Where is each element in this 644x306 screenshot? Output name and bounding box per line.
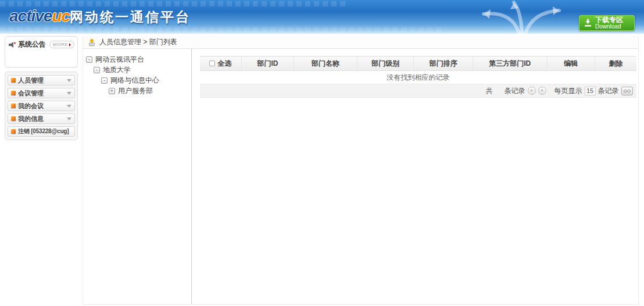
menu-item-label: 人员管理	[18, 76, 65, 85]
breadcrumb: 人员信息管理 > 部门列表	[99, 37, 177, 47]
tree-node-university: - 地质大学	[83, 65, 191, 75]
department-tree: - 网动云视讯平台 - 地质大学 - 网络与信息中心 + 用户服务部	[83, 49, 192, 304]
tree-node-platform: - 网动云视讯平台	[83, 54, 191, 65]
page-title: 网动统一通信平台	[70, 8, 191, 26]
announcement-panel: 系统公告 MORE	[5, 36, 78, 67]
main-menu: 人员管理 会议管理 我的会议 我的信息 注销 [053228@cug]	[5, 72, 78, 140]
cube-icon	[11, 78, 16, 83]
cube-icon	[11, 104, 16, 108]
department-table-area: 全选 部门ID 部门名称 部门级别 部门排序 第三方部门ID 编辑 删除 没有找…	[192, 49, 638, 304]
menu-item-my-info[interactable]: 我的信息	[8, 113, 75, 124]
menu-item-my-meetings[interactable]: 我的会议	[8, 101, 75, 111]
download-label-cn: 下载专区	[595, 16, 623, 24]
prev-page-button[interactable]: «	[528, 87, 536, 95]
per-page-input[interactable]	[585, 87, 596, 95]
col-dept-order: 部门排序	[414, 56, 473, 71]
more-label: MORE	[53, 42, 68, 47]
main-content: 人员信息管理 > 部门列表 - 网动云视讯平台 - 地质大学 - 网络与信息中心…	[83, 36, 639, 305]
col-delete: 删除	[595, 56, 636, 71]
per-page-label: 每页显示	[554, 86, 582, 96]
empty-state-row: 没有找到相应的记录	[200, 71, 636, 84]
fountain-arrows-graphic	[464, 0, 568, 34]
col-thirdparty-id: 第三方部门ID	[473, 56, 547, 71]
chevron-down-icon	[67, 118, 71, 120]
megaphone-icon	[8, 41, 16, 48]
next-page-button[interactable]: »	[538, 87, 546, 95]
tree-expand-icon[interactable]: +	[109, 88, 115, 94]
tree-node-label[interactable]: 地质大学	[103, 65, 131, 75]
activeuc-logo: activeuc	[9, 7, 70, 26]
header-pattern	[0, 1, 349, 6]
tree-node-label[interactable]: 网动云视讯平台	[95, 55, 144, 65]
logo-text-active: active	[9, 7, 52, 25]
per-page-unit: 条记录	[598, 86, 619, 96]
menu-item-logout[interactable]: 注销 [053228@cug]	[8, 126, 75, 137]
sidebar: 系统公告 MORE 人员管理 会议管理 我的会议 我的信息	[5, 36, 78, 140]
col-select-all: 全选	[200, 56, 241, 71]
menu-item-meeting-mgmt[interactable]: 会议管理	[8, 88, 75, 98]
menu-item-personnel[interactable]: 人员管理	[8, 75, 75, 86]
tree-node-network-center: - 网络与信息中心	[83, 75, 191, 86]
menu-item-label: 我的会议	[18, 102, 65, 111]
cube-icon	[11, 116, 16, 121]
tree-collapse-icon[interactable]: -	[86, 56, 92, 63]
header-banner: activeuc 网动统一通信平台 下载专区 Download	[0, 0, 644, 34]
go-button[interactable]: GO	[621, 87, 633, 95]
header-pattern	[0, 27, 442, 33]
col-dept-id: 部门ID	[241, 56, 294, 71]
person-icon	[88, 38, 96, 47]
total-prefix: 共	[486, 86, 493, 96]
announcement-title: 系统公告	[18, 40, 48, 49]
department-table: 全选 部门ID 部门名称 部门级别 部门排序 第三方部门ID 编辑 删除 没有找…	[200, 56, 636, 98]
total-suffix: 条记录	[505, 86, 525, 96]
col-dept-name: 部门名称	[294, 56, 357, 71]
chevron-down-icon	[67, 92, 71, 95]
chevron-down-icon	[67, 79, 71, 82]
tree-node-label[interactable]: 网络与信息中心	[110, 76, 159, 86]
download-label-en: Download	[595, 24, 623, 30]
tree-node-label[interactable]: 用户服务部	[118, 86, 153, 96]
pagination-row: 共 条记录 « » 每页显示 条记录 GO	[200, 84, 636, 98]
select-all-label: 全选	[217, 59, 231, 67]
tree-collapse-icon[interactable]: -	[94, 67, 100, 73]
table-header-row: 全选 部门ID 部门名称 部门级别 部门排序 第三方部门ID 编辑 删除	[200, 56, 636, 71]
select-all-checkbox[interactable]	[209, 61, 215, 66]
tree-collapse-icon[interactable]: -	[101, 77, 108, 84]
cube-icon	[11, 91, 16, 95]
logout-label: 注销 [053228@cug]	[18, 127, 71, 136]
download-icon	[584, 19, 592, 27]
menu-item-label: 我的信息	[18, 115, 65, 123]
more-button[interactable]: MORE	[49, 41, 74, 48]
chevron-down-icon	[67, 105, 71, 108]
breadcrumb-bar: 人员信息管理 > 部门列表	[83, 36, 638, 49]
download-zone-button[interactable]: 下载专区 Download	[579, 15, 635, 31]
col-edit: 编辑	[547, 56, 595, 71]
col-dept-level: 部门级别	[357, 56, 414, 71]
logo-text-uc: uc	[52, 7, 70, 25]
empty-state-message: 没有找到相应的记录	[200, 71, 636, 84]
more-arrow-icon	[69, 43, 71, 47]
menu-item-label: 会议管理	[18, 89, 65, 98]
cube-icon	[11, 129, 16, 134]
tree-node-user-service: + 用户服务部	[83, 86, 191, 96]
